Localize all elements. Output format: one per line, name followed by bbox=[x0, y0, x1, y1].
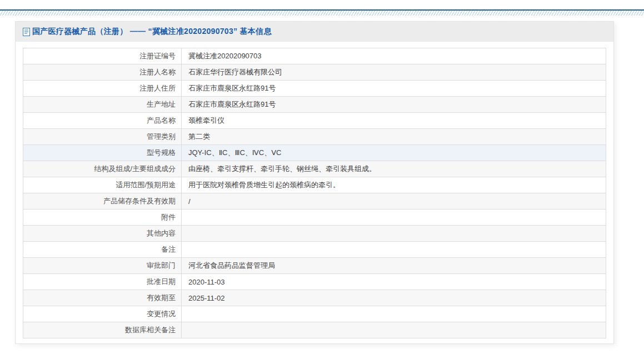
table-row: 变更情况 bbox=[23, 306, 606, 322]
table-row: 结构及组成/主要组成成分 由座椅、牵引支撑杆、牵引手轮、钢丝绳、牵引装具组成。 bbox=[23, 161, 606, 177]
table-row: 生产地址 石家庄市鹿泉区永红路91号 bbox=[23, 97, 606, 113]
table-row: 备注 bbox=[23, 242, 606, 258]
info-panel: 国产医疗器械产品（注册） —— “冀械注准20202090703” 基本信息 注… bbox=[15, 21, 614, 344]
row-label: 其他内容 bbox=[23, 226, 182, 242]
row-value: 石家庄华行医疗器械有限公司 bbox=[182, 64, 606, 81]
table-row: 批准日期 2020-11-03 bbox=[23, 274, 606, 290]
row-label: 型号规格 bbox=[23, 145, 182, 161]
row-label: 注册证编号 bbox=[23, 48, 182, 64]
table-row: 有效期至 2025-11-02 bbox=[23, 290, 606, 306]
table-row: 审批部门 河北省食品药品监督管理局 bbox=[23, 258, 606, 274]
row-value: 河北省食品药品监督管理局 bbox=[182, 258, 606, 274]
row-value: 石家庄市鹿泉区永红路91号 bbox=[182, 97, 606, 113]
row-label: 注册人名称 bbox=[23, 64, 182, 81]
table-row: 产品名称 颈椎牵引仪 bbox=[23, 113, 606, 129]
row-value bbox=[182, 210, 606, 226]
panel-header: 国产医疗器械产品（注册） —— “冀械注准20202090703” 基本信息 bbox=[16, 22, 613, 42]
row-value: JQY-ⅠC、ⅡC、ⅢC、ⅣC、ⅤC bbox=[182, 145, 606, 161]
row-label: 有效期至 bbox=[23, 290, 182, 306]
row-label: 生产地址 bbox=[23, 97, 182, 113]
row-label: 批准日期 bbox=[23, 274, 182, 290]
row-value: 第二类 bbox=[182, 129, 606, 145]
row-value: / bbox=[182, 193, 606, 210]
row-value: 2020-11-03 bbox=[182, 274, 606, 290]
row-value: 用于医院对颈椎骨质增生引起的颈椎病的牵引。 bbox=[182, 177, 606, 193]
row-label: 适用范围/预期用途 bbox=[23, 177, 182, 193]
table-row: 注册证编号 冀械注准20202090703 bbox=[23, 48, 606, 64]
table-row: 注册人住所 石家庄市鹿泉区永红路91号 bbox=[23, 81, 606, 97]
row-value bbox=[182, 322, 606, 338]
row-value: 冀械注准20202090703 bbox=[182, 48, 606, 64]
table-row: 适用范围/预期用途 用于医院对颈椎骨质增生引起的颈椎病的牵引。 bbox=[23, 177, 606, 193]
document-icon bbox=[23, 28, 30, 36]
row-label: 备注 bbox=[23, 242, 182, 258]
row-label: 管理类别 bbox=[23, 129, 182, 145]
row-value: 石家庄市鹿泉区永红路91号 bbox=[182, 81, 606, 97]
table-row: 附件 bbox=[23, 210, 606, 226]
table-row: 型号规格 JQY-ⅠC、ⅡC、ⅢC、ⅣC、ⅤC bbox=[23, 145, 606, 161]
row-label: 结构及组成/主要组成成分 bbox=[23, 161, 182, 177]
row-label: 审批部门 bbox=[23, 258, 182, 274]
table-row: 其他内容 bbox=[23, 226, 606, 242]
row-label: 产品名称 bbox=[23, 113, 182, 129]
decorative-stripes bbox=[0, 11, 644, 16]
row-value: 由座椅、牵引支撑杆、牵引手轮、钢丝绳、牵引装具组成。 bbox=[182, 161, 606, 177]
page-title: 国产医疗器械产品（注册） —— “冀械注准20202090703” 基本信息 bbox=[32, 27, 272, 37]
row-label: 附件 bbox=[23, 210, 182, 226]
info-table-body: 注册证编号 冀械注准20202090703 注册人名称 石家庄华行医疗器械有限公… bbox=[23, 48, 606, 338]
table-row: 产品储存条件及有效期 / bbox=[23, 193, 606, 210]
row-label: 注册人住所 bbox=[23, 81, 182, 97]
info-table: 注册证编号 冀械注准20202090703 注册人名称 石家庄华行医疗器械有限公… bbox=[23, 48, 606, 338]
row-value bbox=[182, 226, 606, 242]
table-row: 数据库相关备注 bbox=[23, 322, 606, 338]
row-value bbox=[182, 242, 606, 258]
row-label: 产品储存条件及有效期 bbox=[23, 193, 182, 210]
table-row: 注册人名称 石家庄华行医疗器械有限公司 bbox=[23, 64, 606, 81]
row-value: 2025-11-02 bbox=[182, 290, 606, 306]
row-value: 颈椎牵引仪 bbox=[182, 113, 606, 129]
row-label: 变更情况 bbox=[23, 306, 182, 322]
row-label: 数据库相关备注 bbox=[23, 322, 182, 338]
row-value bbox=[182, 306, 606, 322]
table-row: 管理类别 第二类 bbox=[23, 129, 606, 145]
panel-body: 注册证编号 冀械注准20202090703 注册人名称 石家庄华行医疗器械有限公… bbox=[16, 42, 613, 338]
